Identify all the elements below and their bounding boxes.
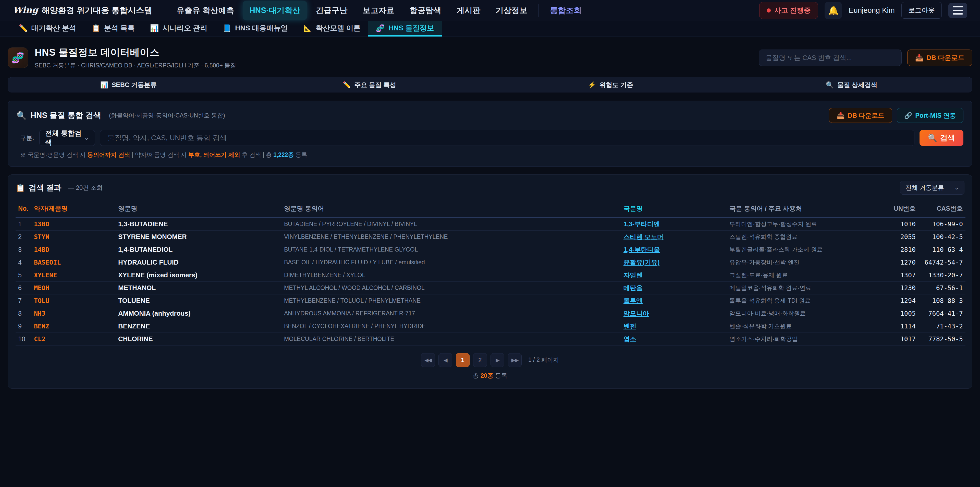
substance-korean-name-link[interactable]: 1,4-부탄디올 [624,246,660,253]
feature-detail-search[interactable]: 🔍 물질 상세검색 [731,81,972,89]
db-download-label: DB 다운로드 [848,111,884,120]
substance-korean-name-link[interactable]: 암모니아 [624,310,649,317]
prev-page-button[interactable]: ◀ [438,353,452,367]
table-row[interactable]: 7 TOLU TOLUENE METHYLBENZENE / TOLUOL / … [16,294,966,307]
download-icon: 📥 [837,112,845,119]
page-title-block: HNS 물질정보 데이터베이스 SEBC 거동분류 · CHRIS/CAMEO … [35,46,236,69]
substance-korean-synonyms: 크실렌·도료·용제 원료 [727,269,885,281]
table-row[interactable]: 8 NH3 AMMONIA (anhydrous) ANHYDROUS AMMO… [16,307,966,320]
row-number: 7 [16,294,32,307]
nav-emergency-rescue[interactable]: 긴급구난 [309,1,354,20]
divider [161,5,161,16]
page-button-1[interactable]: 1 [456,353,469,367]
row-number: 10 [16,332,32,345]
substance-korean-name-link[interactable]: 스티렌 모노머 [624,233,663,240]
db-download-label: DB 다운로드 [926,53,964,62]
notifications-button[interactable]: 🔔 [824,2,842,19]
substance-english-synonyms: ANHYDROUS AMMONIA / REFRIGERANT R-717 [282,307,621,320]
substance-korean-synonyms: 유압유·가동장비·선박 엔진 [727,256,885,269]
substance-korean-name-link[interactable]: 메탄올 [624,284,643,291]
tab-analysis-list[interactable]: 📋 분석 목록 [84,21,142,37]
substance-korean-name-cell: 벤젠 [621,320,727,332]
db-download-button[interactable]: 📥 DB 다운로드 [829,108,892,123]
quick-search-input[interactable] [759,49,902,66]
results-count: — 20건 조회 [68,184,103,192]
nav-integrated-lookup[interactable]: 통합조회 [543,1,588,20]
chevron-down-icon: ⌄ [84,134,89,141]
last-page-button[interactable]: ▶▶ [508,353,522,367]
nav-board[interactable]: 게시판 [450,1,487,20]
un-number: 1017 [885,332,918,345]
search-button[interactable]: 🔍 검색 [920,130,963,146]
substance-korean-name-cell: 스티렌 모노머 [621,230,727,243]
behavior-class-filter-select[interactable]: 전체 거동분류 ⌄ [900,181,964,195]
table-row[interactable]: 9 BENZ BENZENE BENZOL / CYCLOHEXATRIENE … [16,320,966,332]
table-row[interactable]: 1 13BD 1,3-BUTADIENE BUTADIENE / PYRROYL… [16,217,966,230]
nav-reports[interactable]: 보고자료 [356,1,401,20]
table-row[interactable]: 10 CL2 CHLORINE MOLECULAR CHLORINE / BER… [16,332,966,345]
download-icon: 📥 [915,54,923,62]
feature-key-properties[interactable]: ✏️ 주요 물질 특성 [249,81,490,89]
table-row[interactable]: 3 14BD 1,4-BUTANEDIOL BUTANE-1,4-DIOL / … [16,243,966,256]
table-row[interactable]: 6 MEOH METHANOL METHYL ALCOHOL / WOOD AL… [16,281,966,294]
search-icon: 🔍 [928,134,937,142]
feature-label: SEBC 거동분류 [112,81,157,89]
bell-icon: 🔔 [828,5,838,16]
feature-risk-criteria[interactable]: ⚡ 위험도 기준 [490,81,731,89]
table-header-row: No. 약자/제품명 영문명 영문명 동의어 국문명 국문 동의어 / 주요 사… [16,200,966,217]
substance-english-name: 1,3-BUTADIENE [116,217,282,230]
nav-hns-dispersion[interactable]: HNS·대기확산 [243,1,307,20]
substance-english-name: TOLUENE [116,294,282,307]
first-page-button[interactable]: ◀◀ [421,353,435,367]
tab-hns-substance-info[interactable]: 🧬 HNS 물질정보 [368,21,442,37]
table-row[interactable]: 2 STYN STYRENE MONOMER VINYLBENZENE / ET… [16,230,966,243]
cas-number: 1330-20-7 [918,269,966,281]
next-page-button[interactable]: ▶ [490,353,504,367]
tab-hns-response-manual[interactable]: 📘 HNS 대응매뉴얼 [215,21,296,37]
logout-button[interactable]: 로그아웃 [901,2,942,19]
substance-korean-name-link[interactable]: 염소 [624,335,636,342]
filter-value: 전체 거동분류 [905,184,944,192]
search-type-select[interactable]: 전체 통합검색 ⌄ [39,130,95,146]
db-download-button[interactable]: 📥 DB 다운로드 [907,49,972,66]
row-number: 1 [16,217,32,230]
tab-air-dispersion-analysis[interactable]: ✏️ 대기확산 분석 [11,21,84,37]
pencil-icon: ✏️ [19,24,28,32]
top-header: Wing 해양환경 위기대응 통합시스템 유출유 확산예측 HNS·대기확산 긴… [0,0,980,21]
feature-sebc-classification[interactable]: 📊 SEBC 거동분류 [8,81,249,89]
substance-english-synonyms: DIMETHYLBENZENE / XYLOL [282,269,621,281]
portmis-link-button[interactable]: 🔗 Port-MIS 연동 [897,108,963,123]
hamburger-bar [953,6,963,7]
cas-number: 67-56-1 [918,281,966,294]
nav-oil-spill[interactable]: 유출유 확산예측 [170,1,241,20]
substance-korean-name-link[interactable]: 벤젠 [624,323,636,330]
substance-abbr: NH3 [32,307,116,320]
row-number: 9 [16,320,32,332]
search-title-note: (화물약어·제품명·동의어·CAS·UN번호 통합) [109,112,225,120]
col-cas-number: CAS번호 [918,200,966,217]
page-button-2[interactable]: 2 [473,353,487,367]
substance-korean-synonyms: 부타디엔·합성고무·합성수지 원료 [727,217,885,230]
chevron-down-icon: ⌄ [955,184,959,191]
substance-korean-name-link[interactable]: 톨루엔 [624,297,643,304]
clipboard-icon: 📋 [92,24,100,32]
portmis-label: Port-MIS 연동 [915,111,956,120]
nav-aerial-search[interactable]: 항공탐색 [403,1,448,20]
substance-korean-synonyms: 부틸렌글리콜·플라스틱 가소제 원료 [727,243,885,256]
substance-korean-name-link[interactable]: 자일렌 [624,271,643,279]
substance-korean-name-link[interactable]: 윤활유(기유) [624,259,660,266]
hamburger-menu-button[interactable] [948,3,967,18]
row-number: 6 [16,281,32,294]
nav-weather[interactable]: 기상정보 [489,1,534,20]
row-number: 8 [16,307,32,320]
unified-search-input[interactable] [100,130,915,146]
table-row[interactable]: 5 XYLENE XYLENE (mixed isomers) DIMETHYL… [16,269,966,281]
tab-dispersion-model-theory[interactable]: 📐 확산모델 이론 [296,21,368,37]
substance-abbr: BASEOIL [32,256,116,269]
page-indicator: 1 / 2 페이지 [528,356,559,364]
substance-english-name: AMMONIA (anhydrous) [116,307,282,320]
tab-label: 시나리오 관리 [162,23,207,33]
table-row[interactable]: 4 BASEOIL HYDRAULIC FLUID BASE OIL / HYD… [16,256,966,269]
substance-korean-name-link[interactable]: 1,3-부타디엔 [624,220,660,228]
tab-scenario-management[interactable]: 📊 시나리오 관리 [142,21,215,37]
